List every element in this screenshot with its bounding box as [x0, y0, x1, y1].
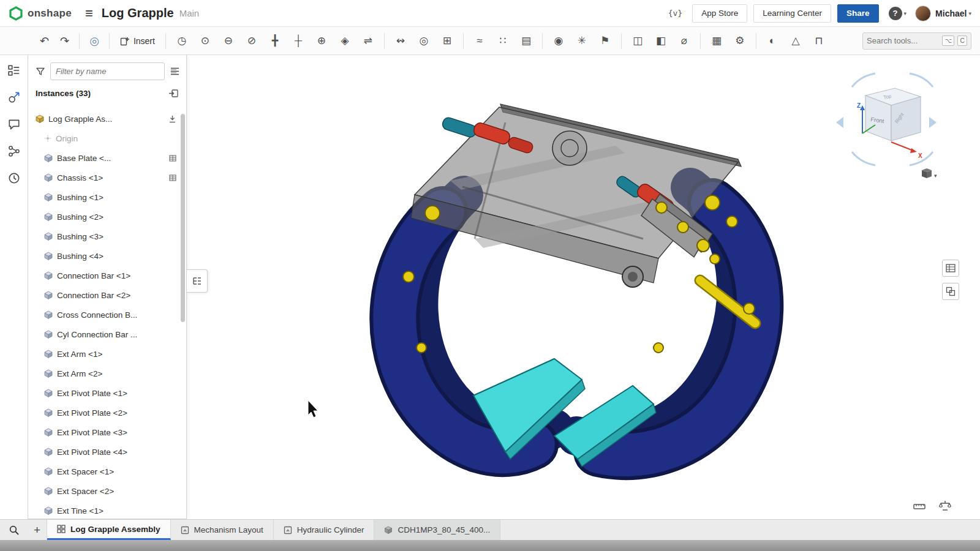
- part-icon: [44, 310, 53, 319]
- search-tools-box[interactable]: ⌥ C: [862, 32, 971, 50]
- add-tab-button[interactable]: +: [28, 520, 47, 540]
- view-menu-button[interactable]: ▾: [922, 168, 937, 179]
- linear-pattern-icon[interactable]: ▤: [514, 28, 538, 54]
- tree-item[interactable]: Cyl Connection Bar ...: [28, 324, 183, 344]
- mass-properties-button[interactable]: [938, 500, 952, 514]
- user-avatar[interactable]: [915, 6, 931, 21]
- follow-mode-icon[interactable]: ◎: [84, 34, 105, 48]
- tree-item-origin[interactable]: Origin: [28, 129, 183, 148]
- tree-item[interactable]: Bushing <3>: [28, 227, 183, 246]
- undo-button[interactable]: ↶: [34, 34, 55, 48]
- comments-icon[interactable]: [7, 118, 21, 131]
- appearance-icon[interactable]: ◐: [761, 28, 784, 54]
- mate-connector-icon[interactable]: ◎: [412, 28, 435, 54]
- slider-mate-icon[interactable]: ⊘: [240, 28, 263, 54]
- app-store-button[interactable]: App Store: [692, 4, 747, 23]
- user-caret-icon: ▾: [968, 10, 971, 17]
- explode-view-icon[interactable]: ✳: [570, 28, 594, 54]
- tree-item[interactable]: Ext Pivot Plate <2>: [28, 403, 183, 422]
- fastened-mate-icon[interactable]: ⊙: [194, 28, 217, 54]
- tree-item[interactable]: Base Plate <...: [28, 148, 183, 168]
- tab-hydraulic-cylinder[interactable]: Hydraulic Cylinder: [274, 520, 375, 540]
- tree-item[interactable]: Bushing <4>: [28, 246, 183, 266]
- configuration-table-icon[interactable]: [169, 155, 176, 162]
- section-view-icon[interactable]: ◧: [649, 28, 673, 54]
- configuration-panel-toggle[interactable]: [942, 283, 959, 300]
- list-view-icon[interactable]: [170, 66, 180, 77]
- display-states-icon[interactable]: ◫: [626, 28, 649, 54]
- tree-item[interactable]: Ext Arm <1>: [28, 344, 183, 364]
- insert-button[interactable]: Insert: [114, 34, 161, 48]
- replicate-icon[interactable]: ∷: [491, 28, 514, 54]
- search-tools-input[interactable]: [867, 36, 939, 45]
- tree-item[interactable]: Ext Pivot Plate <3>: [28, 422, 183, 442]
- tree-item[interactable]: Cross Connection B...: [28, 305, 183, 324]
- circular-pattern-icon[interactable]: ◉: [547, 28, 570, 54]
- filter-input[interactable]: [50, 62, 165, 80]
- bom-icon[interactable]: ▦: [705, 28, 728, 54]
- tab-label: CDH1MP3_80_45_400...: [398, 525, 490, 534]
- tree-scrollbar[interactable]: [181, 114, 185, 322]
- tree-item[interactable]: Connection Bar <1>: [28, 266, 183, 285]
- cylindrical-mate-icon[interactable]: ┼: [287, 28, 310, 54]
- snap-mode-icon[interactable]: ≈: [468, 28, 491, 54]
- bom-panel-toggle[interactable]: [942, 260, 959, 277]
- versions-icon[interactable]: {v}: [665, 9, 686, 18]
- view-cube[interactable]: Front Top Right Z X: [836, 73, 937, 165]
- history-icon[interactable]: [7, 171, 21, 185]
- group-icon[interactable]: ⊞: [435, 28, 459, 54]
- redo-button[interactable]: ↷: [55, 34, 75, 48]
- mate-icon[interactable]: ◷: [170, 28, 194, 54]
- tree-item[interactable]: Ext Spacer <1>: [28, 462, 183, 481]
- onshape-logo[interactable]: onshape: [9, 6, 72, 21]
- tangent-mate-icon[interactable]: ↭: [389, 28, 412, 54]
- workspace-name[interactable]: Main: [179, 8, 200, 18]
- mates-icon[interactable]: [7, 91, 21, 104]
- hamburger-menu-icon[interactable]: ≡: [85, 6, 93, 21]
- panel-collapse-handle[interactable]: [187, 269, 208, 293]
- tab-cdh1mp3[interactable]: CDH1MP3_80_45_400...: [374, 520, 500, 540]
- tab-mechanism-layout[interactable]: Mechanism Layout: [171, 520, 274, 540]
- tree-item[interactable]: Bushing <1>: [28, 187, 183, 207]
- configuration-table-icon[interactable]: [169, 174, 176, 181]
- part-icon: [44, 369, 53, 378]
- revolute-mate-icon[interactable]: ⊖: [217, 28, 240, 54]
- sheet-metal-icon[interactable]: △: [784, 28, 807, 54]
- tree-item[interactable]: Chassis <1>: [28, 168, 183, 187]
- pin-slot-mate-icon[interactable]: ⊕: [310, 28, 333, 54]
- update-linked-icon[interactable]: [168, 115, 176, 123]
- share-button[interactable]: Share: [837, 4, 879, 23]
- measure-tool-icon[interactable]: ⌀: [673, 28, 696, 54]
- parallel-mate-icon[interactable]: ⇌: [356, 28, 380, 54]
- panel-options-icon[interactable]: [168, 89, 179, 98]
- window-bottom-strip: [0, 540, 980, 551]
- planar-mate-icon[interactable]: ╋: [263, 28, 287, 54]
- tab-manager-icon[interactable]: [0, 520, 28, 540]
- tree-item[interactable]: Ext Arm <2>: [28, 364, 183, 383]
- tree-item[interactable]: Bushing <2>: [28, 207, 183, 227]
- structure-panel-icon[interactable]: [7, 64, 21, 77]
- help-button[interactable]: ?: [889, 7, 902, 20]
- measure-button[interactable]: [913, 500, 926, 514]
- graphics-area[interactable]: Front Top Right Z X ▾: [187, 55, 980, 519]
- tree-item[interactable]: Ext Spacer <2>: [28, 481, 183, 501]
- tree-item[interactable]: Ext Pivot Plate <4>: [28, 442, 183, 462]
- assembly-viewport[interactable]: Front Top Right Z X ▾: [187, 55, 980, 519]
- tree-item-label: Ext Pivot Plate <1>: [57, 389, 127, 398]
- named-positions-icon[interactable]: ⚑: [594, 28, 617, 54]
- learning-center-button[interactable]: Learning Center: [753, 4, 831, 23]
- ball-mate-icon[interactable]: ◈: [333, 28, 356, 54]
- configuration-panel-icon: [946, 287, 956, 296]
- tree-item[interactable]: Connection Bar <2>: [28, 285, 183, 305]
- configurations-icon[interactable]: ⚙: [728, 28, 752, 54]
- frame-icon[interactable]: ⊓: [807, 28, 831, 54]
- filter-icon[interactable]: [36, 67, 45, 77]
- tree-item[interactable]: Ext Tine <1>: [28, 501, 183, 519]
- user-name[interactable]: Michael: [935, 9, 967, 18]
- tab-log-grapple-assembly[interactable]: Log Grapple Assembly: [47, 520, 171, 540]
- versions-graph-icon[interactable]: [7, 144, 21, 158]
- part-icon: [44, 350, 53, 358]
- tree-item-root[interactable]: Log Grapple As...: [28, 109, 183, 129]
- view-menu-caret-icon: ▾: [934, 173, 937, 179]
- tree-item[interactable]: Ext Pivot Plate <1>: [28, 383, 183, 403]
